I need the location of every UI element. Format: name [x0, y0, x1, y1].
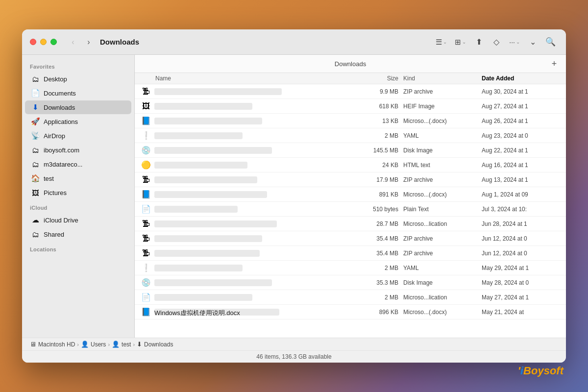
add-icon: + [552, 59, 557, 69]
finder-window: ‹ › Downloads ☰ ⌄ ⊞ ⌄ ⬆ ◇ ··· [22, 29, 566, 363]
sidebar-item-airdrop[interactable]: 📡 AirDrop [25, 129, 131, 143]
file-type-icon: ❕ [141, 263, 151, 273]
table-row[interactable]: 🗜 9.9 MB ZIP archive Aug 30, 2024 at 1 [135, 84, 566, 99]
airdrop-icon: 📡 [31, 131, 40, 140]
file-kind: Disk Image [403, 147, 482, 154]
search-button[interactable]: 🔍 [542, 34, 558, 50]
file-kind: HEIF Image [403, 103, 482, 110]
breadcrumb-item-downloads[interactable]: ⬇Downloads [137, 341, 173, 348]
add-folder-button[interactable]: + [548, 58, 560, 70]
table-row[interactable]: 🗜 17.9 MB ZIP archive Aug 13, 2024 at 1 [135, 172, 566, 187]
file-name-text [154, 176, 257, 183]
file-size: 35.3 MB [354, 279, 403, 286]
file-kind: Plain Text [403, 206, 482, 213]
titlebar: ‹ › Downloads ☰ ⌄ ⊞ ⌄ ⬆ ◇ ··· [22, 29, 566, 55]
sidebar-item-test[interactable]: 🏠 test [25, 172, 131, 185]
sidebar-label-shared: Shared [44, 231, 64, 238]
table-row[interactable]: 🖼 618 KB HEIF Image Aug 27, 2024 at 1 [135, 99, 566, 114]
close-button[interactable] [30, 39, 36, 45]
share-icon: ⬆ [476, 37, 482, 47]
table-row[interactable]: 💿 145.5 MB Disk Image Aug 22, 2024 at 1 [135, 143, 566, 158]
table-row[interactable]: ❕ 2 MB YAML Aug 23, 2024 at 0 [135, 128, 566, 143]
breadcrumb-separator: › [108, 342, 110, 347]
table-row[interactable]: 📄 2 MB Microso...lication May 27, 2024 a… [135, 290, 566, 305]
column-headers: Name Size Kind Date Added [135, 73, 566, 84]
file-name-cell: 📄 [141, 292, 354, 303]
file-name-cell: 📘 Windows虚拟机使用说明.docx [141, 307, 354, 318]
forward-button[interactable]: › [82, 36, 95, 49]
chevron-icon-2: ⌄ [462, 39, 466, 45]
tag-icon: ◇ [493, 37, 499, 47]
sidebar-item-pictures[interactable]: 🖼 Pictures [25, 186, 131, 199]
table-row[interactable]: 🗜 28.7 MB Microso...lication Jun 28, 202… [135, 217, 566, 231]
table-row[interactable]: 💿 35.3 MB Disk Image May 28, 2024 at 0 [135, 275, 566, 290]
sidebar-item-iboysoft[interactable]: 🗂 iboysoft.com [25, 143, 131, 157]
sidebar-item-downloads[interactable]: ⬇ Downloads [25, 100, 131, 114]
back-button[interactable]: ‹ [67, 36, 79, 49]
breadcrumb-label: Users [91, 341, 106, 348]
sidebar-item-applications[interactable]: 🚀 Applications [25, 115, 131, 128]
file-date: Aug 30, 2024 at 1 [482, 88, 560, 95]
breadcrumb-item-macintosh-hd[interactable]: 🖥Macintosh HD [30, 341, 75, 348]
file-name-cell: 🗜 [141, 233, 354, 244]
breadcrumb-item-test[interactable]: 👤test [112, 341, 131, 348]
more-button[interactable]: ··· ⌄ [506, 36, 523, 48]
file-date: Aug 13, 2024 at 1 [482, 176, 560, 183]
table-row[interactable]: ❕ 2 MB YAML May 29, 2024 at 1 [135, 261, 566, 275]
sidebar-item-shared[interactable]: 🗂 Shared [25, 227, 131, 241]
file-name-cell: 🗜 [141, 248, 354, 259]
share-button[interactable]: ⬆ [471, 34, 487, 50]
main-content: Favorites 🗂 Desktop 📄 Documents ⬇ Downlo… [22, 55, 566, 338]
file-size: 145.5 MB [354, 147, 403, 154]
column-kind-header: Kind [403, 75, 482, 82]
table-row[interactable]: 📘 Windows虚拟机使用说明.docx 896 KB Microso...(… [135, 305, 566, 319]
file-name-text [154, 118, 262, 124]
file-type-icon: 🗜 [141, 248, 151, 259]
sidebar-item-m3datareco[interactable]: 🗂 m3datareco... [25, 157, 131, 171]
file-name-text [154, 88, 282, 95]
grid-view-button[interactable]: ⊞ ⌄ [452, 36, 469, 49]
locations-section-header: Locations [22, 242, 134, 254]
status-bar: 46 items, 136.3 GB available [22, 351, 566, 363]
shared-icon: 🗂 [31, 230, 40, 239]
table-row[interactable]: 📘 13 KB Microso...(.docx) Aug 26, 2024 a… [135, 114, 566, 128]
file-kind: YAML [403, 132, 482, 139]
minimize-button[interactable] [40, 39, 47, 45]
file-kind: Disk Image [403, 279, 482, 286]
list-icon: ☰ [436, 38, 442, 47]
file-name-cell: 🗜 [141, 86, 354, 97]
file-name-cell: 🗜 [141, 219, 354, 229]
icloud-section-header: iCloud [22, 200, 134, 213]
breadcrumb-item-users[interactable]: 👤Users [81, 341, 106, 348]
table-row[interactable]: 🟡 24 KB HTML text Aug 16, 2024 at 1 [135, 158, 566, 172]
table-row[interactable]: 📄 510 bytes Plain Text Jul 3, 2024 at 10… [135, 202, 566, 217]
table-row[interactable]: 🗜 35.4 MB ZIP archive Jun 12, 2024 at 0 [135, 246, 566, 261]
favorites-section-header: Favorites [22, 59, 134, 72]
sidebar-item-documents[interactable]: 📄 Documents [25, 86, 131, 100]
more-icon: ··· [509, 38, 515, 46]
file-name-text [154, 235, 262, 242]
watermark: 'iBoysoft [518, 365, 564, 377]
breadcrumb-separator: › [133, 342, 135, 347]
breadcrumb-separator: › [77, 342, 79, 347]
sidebar-item-desktop[interactable]: 🗂 Desktop [25, 72, 131, 86]
maximize-button[interactable] [50, 39, 57, 45]
icloud-drive-icon: ☁ [31, 216, 40, 224]
file-name-text [154, 103, 252, 110]
tag-button[interactable]: ◇ [489, 34, 504, 50]
list-view-button[interactable]: ☰ ⌄ [433, 36, 450, 49]
table-row[interactable]: 📘 891 KB Microso...(.docx) Aug 1, 2024 a… [135, 187, 566, 202]
file-type-icon: 📄 [141, 292, 151, 303]
sidebar-item-icloud-drive[interactable]: ☁ iCloud Drive [25, 213, 131, 227]
file-name-text [154, 294, 252, 301]
sort-button[interactable]: ⌄ [525, 34, 540, 50]
file-date: Aug 26, 2024 at 1 [482, 118, 560, 124]
column-name-header: Name [141, 75, 354, 82]
desktop-icon: 🗂 [31, 74, 40, 83]
file-kind: YAML [403, 265, 482, 271]
file-name-text [154, 250, 260, 257]
breadcrumb-label: Downloads [144, 341, 173, 348]
table-row[interactable]: 🗜 35.4 MB ZIP archive Jun 12, 2024 at 0 [135, 231, 566, 246]
file-size: 2 MB [354, 265, 403, 271]
sidebar-label-pictures: Pictures [44, 189, 67, 196]
